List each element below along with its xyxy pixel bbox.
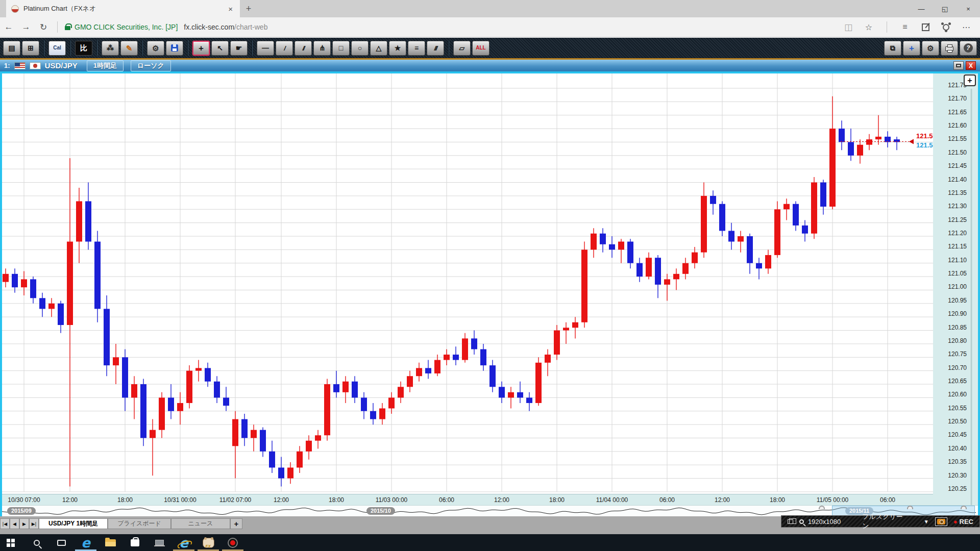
tab-nav-button-2[interactable]: ▶ [19, 518, 29, 529]
taskbar-start-button[interactable] [0, 534, 24, 551]
tool-ellipse-button[interactable]: ○ [351, 41, 369, 56]
taskbar-store-button[interactable] [122, 534, 147, 551]
history-navigator[interactable]: 2015/09 2015/10 2015/11 [2, 505, 978, 516]
back-icon[interactable]: ← [0, 22, 17, 32]
chart-restore-button[interactable] [953, 61, 964, 70]
record-button[interactable]: ● REC [953, 518, 973, 525]
url-path[interactable]: /chart-web [234, 23, 267, 31]
tool-new-chart-button[interactable]: ⊞ [22, 41, 39, 56]
tool-crosshair-button[interactable]: + [192, 41, 210, 56]
reading-view-icon[interactable]: ◫ [841, 20, 856, 34]
price-scrollbar-track[interactable] [971, 89, 972, 551]
taskbar-file-explorer-button[interactable] [98, 534, 122, 551]
tool-triangle-button[interactable]: △ [370, 41, 387, 56]
candle-body [765, 255, 771, 268]
bottom-tab[interactable]: ニュース [171, 518, 230, 529]
more-options-icon[interactable]: ⋯ [959, 20, 974, 34]
bottom-tab[interactable]: プライスボード [108, 518, 171, 529]
dropdown-arrow-icon[interactable]: ▼ [924, 519, 929, 524]
resolution-label: 980x551 [808, 518, 841, 525]
navigator-handle[interactable] [961, 506, 967, 509]
tool-hand-button[interactable]: ☛ [230, 41, 248, 56]
forward-icon[interactable]: → [17, 22, 35, 32]
web-note-icon[interactable] [918, 20, 933, 34]
candle-body [278, 467, 284, 478]
tool-expand-button[interactable]: + [903, 41, 920, 56]
taskbar-internet-explorer-button[interactable]: e [172, 534, 196, 551]
price-tick-label: 121.35 [948, 189, 967, 196]
tool-fan-lines-button[interactable]: /// [427, 41, 444, 56]
screenshot-button[interactable] [935, 517, 947, 526]
symbol-label[interactable]: USD/JPY [45, 61, 78, 70]
chart-style-button[interactable]: ローソク [131, 60, 171, 71]
candle-body [673, 274, 679, 280]
window-restore-button[interactable]: ◱ [933, 0, 957, 17]
price-tick-label: 121.65 [948, 109, 967, 116]
time-axis[interactable]: 10/30 07:0012:0018:0010/31 00:0011/02 07… [2, 494, 933, 505]
hub-icon[interactable]: ≡ [897, 20, 913, 34]
tool-parallel-lines-button[interactable]: // [295, 41, 312, 56]
tool-compare-button[interactable]: 比 [75, 41, 92, 56]
price-axis[interactable]: ▲ ▼ 121.75121.70121.65121.60121.55121.50… [933, 73, 978, 551]
tool-save-button[interactable] [166, 41, 183, 56]
tool-fibonacci-button[interactable]: ≡ [408, 41, 425, 56]
url-host[interactable]: fx.click-sec.com [184, 23, 234, 31]
timeframe-button[interactable]: 1時間足 [87, 60, 124, 71]
fullscreen-label[interactable]: フルスクリーン [862, 512, 904, 531]
time-tick-label: 18:00 [534, 496, 580, 504]
refresh-icon[interactable]: ↻ [35, 22, 52, 33]
price-tick-label: 120.35 [948, 458, 967, 465]
candle [692, 247, 698, 268]
tool-cascade-windows-button[interactable]: ⧉ [884, 41, 901, 56]
tool-trend-line-button[interactable]: / [276, 41, 293, 56]
navigator-handle[interactable] [907, 506, 913, 509]
tool-draw-pencil-button[interactable]: ✎ [120, 41, 138, 56]
add-chart-tab-button[interactable]: + [230, 518, 242, 529]
candle-body [885, 137, 891, 142]
candlestick-plot[interactable]: 121.552121.549 [2, 73, 933, 494]
favorites-star-icon[interactable]: ☆ [861, 20, 876, 34]
window-mode-icon[interactable] [788, 519, 793, 524]
tool-pentagram-button[interactable]: ★ [389, 41, 406, 56]
taskbar-task-view-button[interactable] [49, 534, 74, 551]
share-icon[interactable] [938, 20, 953, 34]
navigator-handle[interactable] [819, 506, 825, 509]
tool-settings-button[interactable]: ⚙ [922, 41, 939, 56]
tool-eraser-button[interactable]: ▱ [453, 41, 471, 56]
tool-erase-all-button[interactable]: ALL [472, 41, 489, 56]
tool-calculator-button[interactable]: Cal [48, 41, 66, 56]
tool-print-button[interactable] [941, 41, 958, 56]
taskbar-edge-button[interactable]: e [74, 534, 98, 551]
toolbar-divider [70, 40, 71, 56]
window-close-button[interactable]: × [957, 0, 980, 17]
candle-body [471, 338, 477, 349]
taskbar-screen-recorder-button[interactable] [220, 534, 245, 551]
tool-chart-list-button[interactable]: ▤ [3, 41, 20, 56]
browser-tab[interactable]: Platinum Chart（FXネオ × [6, 0, 240, 17]
candle [186, 365, 192, 408]
zoom-plus-button[interactable]: + [964, 74, 976, 86]
candle [535, 357, 542, 406]
taskbar-search-button[interactable] [24, 534, 49, 551]
tool-help-button[interactable]: ? [960, 41, 977, 56]
taskbar-fx-app-button[interactable] [196, 534, 220, 551]
taskbar-device-settings-button[interactable] [147, 534, 172, 551]
new-tab-button[interactable]: + [240, 0, 257, 17]
bottom-tab[interactable]: USD/JPY 1時間足 [39, 518, 108, 529]
tool-rectangle-button[interactable]: □ [332, 41, 350, 56]
tool-pitchfork-button[interactable]: ⋔ [313, 41, 331, 56]
tab-nav-button-1[interactable]: ◀ [10, 518, 19, 529]
tool-chart-settings-button[interactable]: ⚙ [147, 41, 164, 56]
tool-indicator-editor-button[interactable]: ⁂ [102, 41, 119, 56]
site-identity[interactable]: GMO CLICK Securities, Inc. [JP] [75, 23, 178, 31]
tab-nav-button-0[interactable]: |◀ [0, 518, 10, 529]
candle [416, 363, 422, 382]
tool-cursor-button[interactable]: ↖ [211, 41, 229, 56]
tab-nav-button-3[interactable]: ▶| [29, 518, 39, 529]
tab-close-icon[interactable]: × [226, 5, 235, 13]
tool-horizontal-line-button[interactable]: — [257, 41, 274, 56]
chart-close-button[interactable]: X [966, 61, 976, 70]
window-minimize-button[interactable]: — [910, 0, 933, 17]
candle-body [747, 236, 753, 263]
candle-body [287, 467, 293, 478]
